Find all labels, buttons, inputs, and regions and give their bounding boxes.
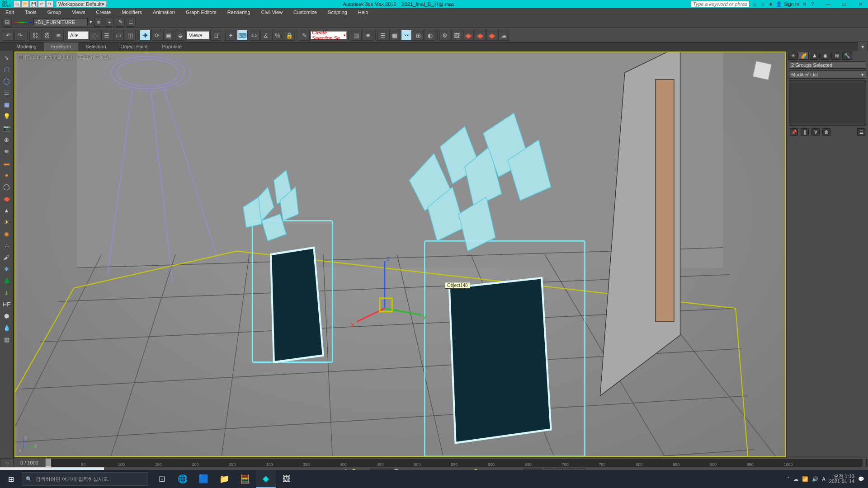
rotate-button[interactable]: ⟳ bbox=[151, 30, 162, 41]
tray-cloud-icon[interactable]: ☁ bbox=[793, 476, 798, 482]
unlink-icon[interactable]: ⛓̸ bbox=[41, 30, 52, 41]
selection-filter[interactable]: All ▾ bbox=[68, 31, 89, 39]
dock-particles-icon[interactable]: ∴ bbox=[2, 240, 12, 250]
task-3dsmax-icon[interactable]: ◆ bbox=[256, 470, 276, 488]
dock-hair-icon[interactable]: HF bbox=[2, 299, 12, 309]
hierarchy-tab-icon[interactable]: ♟ bbox=[810, 52, 820, 60]
dock-more-icon[interactable]: ▧ bbox=[2, 334, 12, 344]
selection-name-field[interactable]: 2 Groups Selected bbox=[789, 61, 866, 69]
snap-toggle[interactable]: 2.5 bbox=[249, 30, 259, 41]
unique-icon[interactable]: ∀ bbox=[811, 128, 820, 136]
task-explorer-icon[interactable]: 📁 bbox=[214, 470, 234, 488]
time-config-icon[interactable]: ⥊ bbox=[0, 458, 14, 467]
move-button[interactable]: ✥ bbox=[140, 30, 151, 41]
pivot-center-icon[interactable]: ⊡ bbox=[210, 30, 221, 41]
modifier-list-combo[interactable]: Modifier List▾ bbox=[789, 70, 866, 79]
tray-clock[interactable]: 오전 1:13 2021-01-14 bbox=[829, 474, 854, 484]
keyboard-shortcut-icon[interactable]: ⌨ bbox=[237, 30, 248, 41]
menu-graph-editors[interactable]: Graph Editors bbox=[180, 8, 222, 16]
dock-teapot-icon[interactable]: 🫖 bbox=[2, 193, 12, 203]
mirror-icon[interactable]: ▥ bbox=[351, 30, 362, 41]
spinner-snap-icon[interactable]: 🔒 bbox=[284, 30, 295, 41]
qat-save-icon[interactable]: 💾 bbox=[30, 0, 37, 8]
window-crossing-icon[interactable]: ◫ bbox=[125, 30, 136, 41]
rendered-frame-icon[interactable]: 🖼 bbox=[451, 30, 462, 41]
dock-sphere-icon[interactable]: ● bbox=[2, 170, 12, 180]
minimize-button[interactable]: — bbox=[822, 0, 834, 8]
dock-box-icon[interactable]: ▢ bbox=[2, 64, 12, 74]
menu-modifiers[interactable]: Modifiers bbox=[116, 8, 147, 16]
task-app-1-icon[interactable]: 🌐 bbox=[173, 470, 193, 488]
favorite-icon[interactable]: ★ bbox=[768, 1, 774, 7]
star-icon[interactable]: ☆ bbox=[760, 1, 766, 7]
close-button[interactable]: ✕ bbox=[854, 0, 866, 8]
select-name-icon[interactable]: ☰ bbox=[101, 30, 112, 41]
exchange-icon[interactable]: ✕ bbox=[801, 1, 807, 7]
render-setup-icon[interactable]: ⚙ bbox=[439, 30, 450, 41]
percent-snap-icon[interactable]: % bbox=[272, 30, 283, 41]
viewcube[interactable] bbox=[749, 57, 776, 84]
qat-new-icon[interactable]: ▭ bbox=[14, 0, 21, 8]
display-tab-icon[interactable]: 🖥 bbox=[831, 52, 841, 60]
tray-lang-icon[interactable]: A bbox=[822, 476, 825, 482]
frame-indicator[interactable]: 0 / 1000 bbox=[14, 458, 45, 467]
ribbon-tab-modeling[interactable]: Modeling bbox=[9, 42, 44, 51]
show-end-icon[interactable]: ∥ bbox=[801, 128, 809, 136]
tray-notifications-icon[interactable]: 💬 bbox=[858, 476, 864, 482]
dock-grass-icon[interactable]: ⚶ bbox=[2, 287, 12, 297]
tray-chevron-icon[interactable]: ˄ bbox=[787, 476, 790, 482]
redo-button[interactable]: ↷ bbox=[14, 30, 25, 41]
qat-open-icon[interactable]: 📂 bbox=[22, 0, 29, 8]
ribbon-tab-populate[interactable]: Populate bbox=[155, 42, 189, 51]
configure-sets-icon[interactable]: ☰ bbox=[857, 128, 865, 136]
menu-customize[interactable]: Customize bbox=[288, 8, 322, 16]
dock-cone-icon[interactable]: ▲ bbox=[2, 205, 12, 215]
app-logo[interactable]: 3DMAX bbox=[0, 0, 13, 8]
edit-selset-icon[interactable]: ✎ bbox=[299, 30, 310, 41]
dock-grid-icon[interactable]: ▦ bbox=[2, 99, 12, 109]
connect-icon[interactable]: ⌂ bbox=[751, 1, 758, 7]
dock-brush-icon[interactable]: 🖌 bbox=[2, 252, 12, 262]
task-photos-icon[interactable]: 🖼 bbox=[277, 470, 297, 488]
dock-helper-icon[interactable]: ⊕ bbox=[2, 135, 12, 145]
menu-civil-view[interactable]: Civil View bbox=[256, 8, 288, 16]
modifier-stack[interactable] bbox=[789, 80, 866, 126]
dock-snow-icon[interactable]: ❄ bbox=[2, 264, 12, 274]
dock-spacewarp-icon[interactable]: ≋ bbox=[2, 146, 12, 156]
maximize-button[interactable]: ▭ bbox=[838, 0, 850, 8]
viewport[interactable]: [+] [Perspective] [Shaded + Edged Faces] bbox=[14, 52, 786, 457]
dock-arrow-icon[interactable]: ↘ bbox=[2, 52, 12, 62]
user-icon[interactable]: 👤 bbox=[776, 1, 782, 7]
viewport-label[interactable]: [+] [Perspective] [Shaded + Edged Faces] bbox=[18, 54, 110, 60]
scene-explorer-icon[interactable]: ▤ bbox=[3, 18, 12, 27]
dock-rock-icon[interactable]: ⬢ bbox=[2, 311, 12, 321]
time-slider-thumb[interactable] bbox=[46, 459, 51, 467]
ribbon-tab-selection[interactable]: Selection bbox=[78, 42, 113, 51]
start-button[interactable]: ⊞ bbox=[0, 470, 22, 488]
dock-sun-icon[interactable]: ☀ bbox=[2, 217, 12, 227]
dock-fluid-icon[interactable]: 💧 bbox=[2, 323, 12, 333]
menu-tools[interactable]: Tools bbox=[19, 8, 42, 16]
help-icon[interactable]: ? bbox=[809, 1, 816, 7]
angle-snap-icon[interactable]: ∡ bbox=[260, 30, 271, 41]
toggle-ribbon-icon[interactable]: ▦ bbox=[389, 30, 400, 41]
menu-animation[interactable]: Animation bbox=[147, 8, 180, 16]
placement-icon[interactable]: ⬙ bbox=[175, 30, 186, 41]
render-activeshade-icon[interactable]: 🫖 bbox=[486, 30, 497, 41]
tray-volume-icon[interactable]: 🔊 bbox=[812, 476, 818, 482]
time-slider[interactable]: 5010015020025030035040045050055060065070… bbox=[45, 458, 868, 467]
selection-set-combo[interactable]: Create Selection Se▾ bbox=[311, 31, 347, 39]
create-tab-icon[interactable]: ✳ bbox=[788, 52, 798, 60]
bind-spacewarp-icon[interactable]: ≋ bbox=[53, 30, 64, 41]
ref-coord-combo[interactable]: View ▾ bbox=[187, 31, 209, 39]
link-icon[interactable]: ⛓ bbox=[29, 30, 40, 41]
qat-redo-icon[interactable]: ↷ bbox=[46, 0, 53, 8]
dock-plane-icon[interactable]: ▬ bbox=[2, 158, 12, 168]
layers-icon[interactable]: ☰ bbox=[377, 30, 388, 41]
layer-manager-icon[interactable]: ≡ bbox=[94, 18, 103, 27]
ribbon-tab-freeform[interactable]: Freeform bbox=[44, 42, 79, 51]
material-editor-icon[interactable]: ◐ bbox=[425, 30, 435, 41]
dock-light-icon[interactable]: 💡 bbox=[2, 111, 12, 121]
layer-props-icon[interactable]: ✎ bbox=[116, 18, 125, 27]
menu-rendering[interactable]: Rendering bbox=[222, 8, 256, 16]
